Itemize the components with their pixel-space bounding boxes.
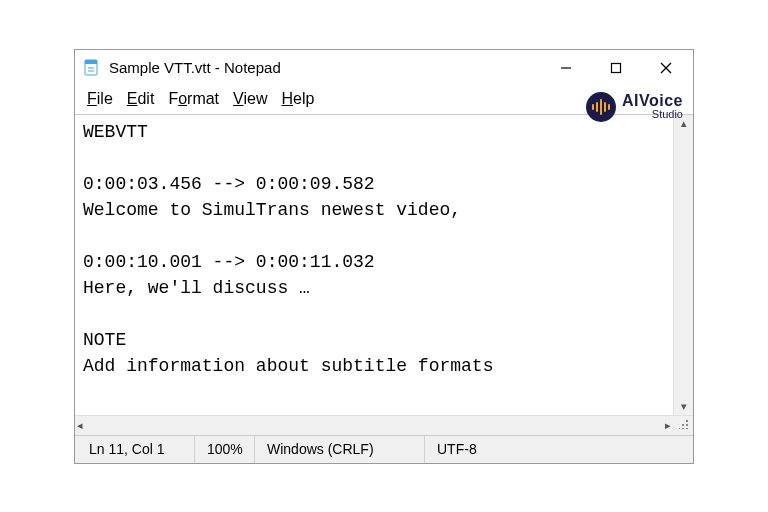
menu-file[interactable]: File — [87, 90, 113, 108]
notepad-window: Sample VTT.vtt - Notepad File Edit Forma… — [74, 49, 694, 464]
menu-edit[interactable]: Edit — [127, 90, 155, 108]
brand-text: AIVoice Studio — [622, 93, 683, 120]
scroll-left-icon[interactable]: ◂ — [77, 419, 83, 432]
notepad-icon — [83, 59, 101, 77]
horizontal-scrollbar[interactable]: ◂ ▸ — [75, 415, 693, 435]
titlebar: Sample VTT.vtt - Notepad — [75, 50, 693, 86]
minimize-button[interactable] — [541, 50, 591, 86]
vertical-scrollbar[interactable]: ▴ ▾ — [673, 115, 693, 415]
status-encoding: UTF-8 — [425, 436, 693, 463]
brand-name: AIVoice — [622, 93, 683, 109]
window-title: Sample VTT.vtt - Notepad — [109, 59, 541, 76]
editor-area: WEBVTT 0:00:03.456 --> 0:00:09.582 Welco… — [75, 114, 693, 415]
maximize-button[interactable] — [591, 50, 641, 86]
brand-logo-icon — [586, 92, 616, 122]
window-controls — [541, 50, 691, 86]
svg-rect-1 — [85, 60, 97, 64]
status-line-ending: Windows (CRLF) — [255, 436, 425, 463]
svg-rect-5 — [612, 63, 621, 72]
menu-view[interactable]: View — [233, 90, 267, 108]
status-cursor-position: Ln 11, Col 1 — [75, 436, 195, 463]
scroll-down-icon[interactable]: ▾ — [681, 400, 687, 413]
menu-format[interactable]: Format — [168, 90, 219, 108]
statusbar: Ln 11, Col 1 100% Windows (CRLF) UTF-8 — [75, 435, 693, 463]
status-zoom: 100% — [195, 436, 255, 463]
brand-badge: AIVoice Studio — [586, 92, 683, 122]
close-button[interactable] — [641, 50, 691, 86]
resize-grip-icon[interactable] — [671, 419, 691, 431]
brand-subtitle: Studio — [622, 109, 683, 120]
text-editor[interactable]: WEBVTT 0:00:03.456 --> 0:00:09.582 Welco… — [75, 115, 673, 415]
menu-help[interactable]: Help — [281, 90, 314, 108]
